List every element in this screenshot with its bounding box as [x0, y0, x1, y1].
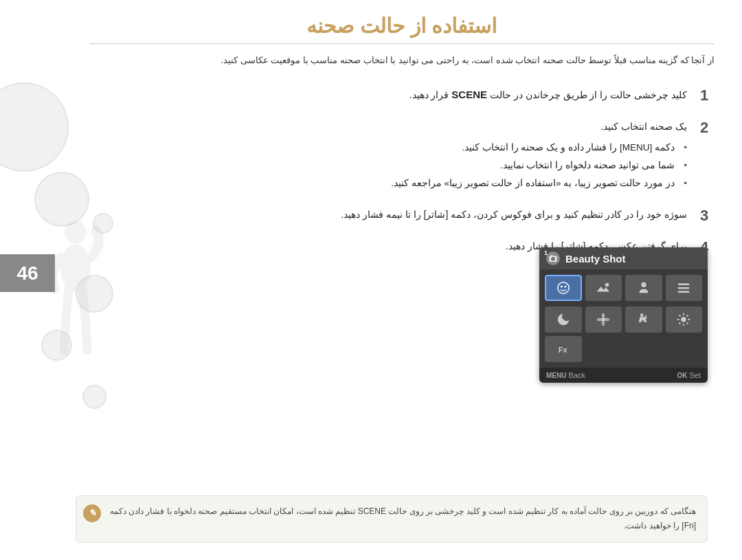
bubble-1	[0, 82, 69, 172]
camera-ui-container: Beauty Shot	[539, 247, 708, 383]
camera-ui-grid-row1	[539, 269, 708, 306]
svg-rect-13	[678, 291, 690, 293]
cam-btn-portrait[interactable]	[625, 275, 662, 301]
page-container: 46 استفاده از حالت صحنه از آنجا که گزینه…	[0, 0, 742, 560]
svg-rect-11	[678, 284, 690, 285]
camera-ui-grid-row2	[539, 306, 708, 336]
step-3: 3 سوژه خود را در کادر تنظیم کنید و برای …	[89, 205, 715, 225]
svg-line-28	[679, 323, 681, 324]
svg-rect-5	[551, 255, 552, 256]
footer-menu-btn[interactable]: MENU Back	[546, 371, 585, 379]
step-2-content: یک صحنه انتخاب کنید. دکمه [MENU] را فشار…	[89, 117, 687, 192]
footer-ok-label: OK	[677, 372, 687, 379]
svg-point-20	[682, 317, 686, 322]
svg-point-17	[597, 318, 602, 322]
cam-btn-fn[interactable]: Fx	[545, 336, 582, 362]
svg-point-9	[605, 283, 609, 287]
cam-btn-sun[interactable]	[666, 306, 703, 333]
svg-rect-12	[678, 287, 690, 289]
cam-btn-night[interactable]	[545, 306, 582, 333]
note-text: هنگامی که دوربین بر روی حالت آماده به کا…	[104, 504, 696, 534]
steps-container: 1 کلید چرخشی حالت را از طریق چرخاندن در …	[89, 85, 715, 192]
footer-set-text: Set	[689, 371, 701, 379]
svg-point-7	[561, 286, 563, 288]
step-3-text: سوژه خود را در کادر تنظیم کنید و برای فو…	[89, 205, 687, 224]
cam-btn-macro[interactable]	[585, 306, 622, 333]
step-3-number: 3	[694, 207, 715, 225]
page-number: 46	[16, 262, 38, 284]
camera-ui-footer: MENU Back OK Set	[539, 368, 708, 383]
page-title: استفاده از حالت صحنه	[89, 14, 715, 44]
svg-point-18	[605, 318, 609, 322]
cam-btn-landscape[interactable]	[585, 275, 622, 301]
camera-mode-icon	[546, 251, 560, 265]
scene-label: SCENE	[451, 89, 487, 100]
svg-point-19	[640, 313, 644, 317]
step-2: 2 یک صحنه انتخاب کنید. دکمه [MENU] را فش…	[89, 117, 715, 192]
content-area: استفاده از حالت صحنه از آنجا که گزینه من…	[76, 0, 742, 560]
step-1: 1 کلید چرخشی حالت را از طریق چرخاندن در …	[89, 85, 715, 105]
page-number-block: 46	[0, 254, 55, 292]
note-box: ✎ هنگامی که دوربین بر روی حالت آماده به …	[76, 495, 708, 543]
step-1-text: کلید چرخشی حالت را از طریق چرخاندن در حا…	[89, 85, 687, 105]
svg-line-26	[687, 323, 688, 324]
bullet-2: شما می توانید صحنه دلخواه را انتخاب نمای…	[89, 157, 687, 175]
footer-back-text: Back	[568, 371, 585, 379]
svg-point-4	[552, 258, 554, 260]
camera-ui-header: Beauty Shot	[539, 247, 708, 269]
cam-btn-action[interactable]	[625, 306, 662, 333]
step-2-text: یک صحنه انتخاب کنید.	[89, 117, 687, 136]
bullet-3: در مورد حالت تصویر زیبا، به «استفاده از …	[89, 175, 687, 192]
svg-point-10	[641, 282, 646, 287]
camera-ui-grid-row3: Fx	[539, 336, 708, 368]
step-1-content: کلید چرخشی حالت را از طریق چرخاندن در حا…	[89, 85, 687, 105]
svg-line-27	[687, 315, 688, 317]
note-icon: ✎	[83, 504, 101, 522]
camera-ui-title: Beauty Shot	[565, 253, 626, 265]
footer-menu-label: MENU	[546, 372, 566, 379]
svg-point-15	[602, 313, 605, 318]
bullet-1: دکمه [MENU] را فشار داده و یک صحنه را ان…	[89, 139, 687, 157]
svg-line-25	[679, 315, 681, 317]
step-2-number: 2	[694, 119, 715, 137]
page-subtitle: از آنجا که گزینه مناسب قبلاً توسط حالت ص…	[89, 52, 715, 68]
svg-point-6	[558, 282, 570, 294]
footer-ok-btn[interactable]: OK Set	[677, 371, 701, 379]
svg-text:Fx: Fx	[558, 346, 567, 354]
cam-btn-face[interactable]	[545, 275, 582, 301]
step-2-bullets: دکمه [MENU] را فشار داده و یک صحنه را ان…	[89, 139, 687, 192]
step-1-number: 1	[694, 87, 715, 104]
svg-point-16	[602, 321, 605, 326]
step-3-content: سوژه خود را در کادر تنظیم کنید و برای فو…	[89, 205, 687, 224]
cam-btn-list[interactable]	[666, 275, 703, 301]
svg-point-8	[564, 286, 566, 288]
